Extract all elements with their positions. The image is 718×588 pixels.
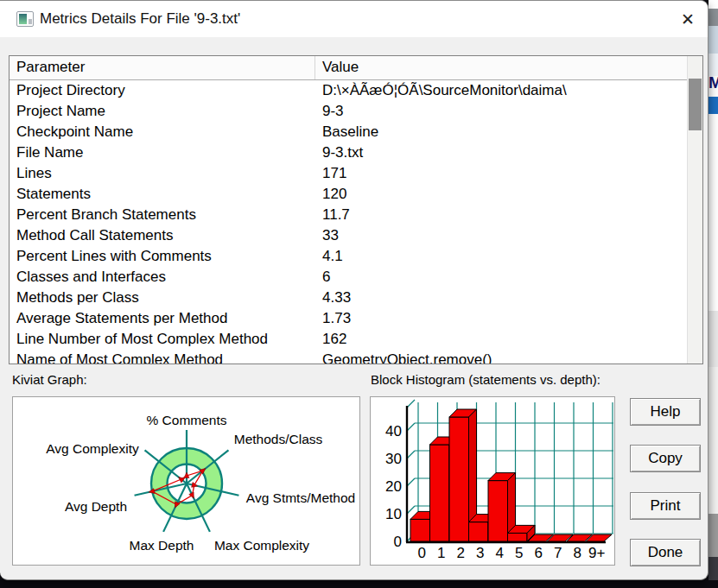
parameter-cell: Lines: [10, 165, 315, 182]
value-cell: Baseline: [315, 123, 687, 141]
table-row[interactable]: Lines171: [10, 163, 687, 184]
parameter-cell: Statements: [10, 186, 315, 203]
table-row[interactable]: Percent Lines with Comments4.1: [10, 246, 687, 267]
bg-blue-bar: [708, 97, 718, 114]
x-tick-label: 1: [437, 545, 445, 561]
copy-button[interactable]: Copy: [630, 445, 701, 472]
icon-bar: [29, 19, 32, 24]
parameter-cell: Percent Lines with Comments: [10, 248, 315, 265]
x-tick-label: 5: [515, 545, 523, 561]
metrics-details-dialog: Metrics Details For File '9-3.txt' ✕ Par…: [0, 0, 708, 580]
table-row[interactable]: Methods per Class4.33: [10, 288, 687, 308]
parameter-cell: File Name: [10, 144, 315, 161]
kiviat-axis-label: Max Depth: [130, 538, 194, 553]
value-cell: GeometryObject.remove(): [315, 351, 687, 364]
y-tick-label: 0: [394, 534, 402, 550]
bg-block: [708, 114, 718, 311]
column-header-value[interactable]: Value: [315, 56, 702, 79]
bg-block: M: [708, 76, 718, 97]
table-row[interactable]: File Name9-3.txt: [10, 142, 687, 163]
kiviat-axis-label: Methods/Class: [234, 432, 323, 447]
value-cell: 4.1: [315, 248, 687, 265]
x-tick-label: 4: [496, 545, 504, 561]
y-tick-label: 20: [385, 478, 402, 495]
table-row[interactable]: Project Name9-3: [10, 101, 687, 122]
bg-block: [708, 311, 718, 367]
value-cell: 120: [315, 186, 687, 203]
value-cell: 171: [315, 165, 687, 182]
table-rows: Project DirectoryD:\×ÀÃæÓ¦ÓÃ\SourceMonit…: [10, 80, 687, 364]
kiviat-axis-label: Avg Complexity: [46, 441, 138, 457]
close-button[interactable]: ✕: [671, 6, 704, 32]
background-letter: M: [708, 73, 718, 92]
parameter-cell: Method Call Statements: [10, 227, 315, 244]
parameter-cell: Methods per Class: [10, 289, 315, 307]
parameter-cell: Name of Most Complex Method: [10, 351, 315, 364]
value-cell: 4.33: [315, 289, 687, 307]
kiviat-axis-label: Max Complexity: [214, 538, 309, 553]
histogram-panel: 0102030400123456789+: [370, 396, 615, 566]
dialog-title: Metrics Details For File '9-3.txt': [40, 1, 240, 37]
table-row[interactable]: Percent Branch Statements11.7: [10, 205, 687, 225]
value-cell: 9-3: [315, 103, 687, 120]
parameter-cell: Classes and Interfaces: [10, 269, 315, 286]
table-row[interactable]: Project DirectoryD:\×ÀÃæÓ¦ÓÃ\SourceMonit…: [10, 80, 687, 101]
table-row[interactable]: Method Call Statements33: [10, 225, 687, 246]
parameter-cell: Project Name: [10, 103, 315, 120]
bg-block: [708, 0, 718, 9]
x-tick-label: 2: [457, 545, 465, 561]
titlebar: Metrics Details For File '9-3.txt' ✕: [0, 1, 708, 37]
y-tick-label: 40: [385, 423, 402, 439]
x-tick-label: 3: [476, 545, 484, 561]
icon-pane: [19, 14, 27, 24]
done-button[interactable]: Done: [630, 539, 701, 566]
bg-block: [708, 557, 718, 580]
kiviat-axis-label: Avg Stmts/Method: [246, 490, 355, 506]
kiviat-axis-label: % Comments: [146, 413, 226, 428]
parameter-cell: Checkpoint Name: [10, 123, 315, 141]
table-row[interactable]: Classes and Interfaces6: [10, 267, 687, 288]
screen: M Metrics Details For File '9-3.txt' ✕ P…: [0, 0, 718, 588]
bg-block: [708, 26, 718, 54]
histogram-caption: Block Histogram (statements vs. depth):: [371, 372, 600, 387]
value-cell: 1.73: [315, 310, 687, 327]
table-row[interactable]: Name of Most Complex MethodGeometryObjec…: [10, 350, 687, 364]
help-button[interactable]: Help: [630, 398, 701, 426]
vertical-scrollbar[interactable]: [687, 56, 702, 364]
print-button[interactable]: Print: [630, 492, 701, 520]
x-tick-label: 7: [554, 545, 562, 561]
value-cell: 11.7: [315, 206, 687, 224]
value-cell: 6: [315, 269, 687, 286]
x-tick-label: 6: [535, 545, 543, 561]
y-tick-label: 10: [385, 506, 402, 522]
y-tick-label: 30: [385, 451, 402, 467]
parameter-cell: Line Number of Most Complex Method: [10, 331, 315, 348]
scrollbar-thumb[interactable]: [689, 79, 702, 130]
kiviat-panel: % CommentsMethods/ClassAvg Stmts/MethodM…: [12, 396, 360, 566]
kiviat-caption: Kiviat Graph:: [12, 372, 87, 387]
bg-block: [708, 367, 718, 514]
parameter-cell: Percent Branch Statements: [10, 206, 315, 224]
bg-block: [708, 514, 718, 557]
bg-block: [708, 9, 718, 26]
value-cell: D:\×ÀÃæÓ¦ÓÃ\SourceMonitor\daima\: [315, 82, 687, 99]
x-tick-label: 8: [574, 545, 581, 561]
column-header-parameter[interactable]: Parameter: [10, 56, 315, 79]
metrics-table: Parameter Value Project DirectoryD:\×ÀÃæ…: [9, 55, 703, 364]
table-row[interactable]: Line Number of Most Complex Method162: [10, 329, 687, 350]
value-cell: 9-3.txt: [315, 144, 687, 161]
parameter-cell: Project Directory: [10, 82, 315, 99]
histogram-svg: 0102030400123456789+: [371, 397, 614, 565]
sourcemonitor-document-icon: [16, 11, 34, 27]
close-icon: ✕: [681, 9, 695, 29]
table-row[interactable]: Average Statements per Method1.73: [10, 308, 687, 329]
x-tick-label: 9+: [588, 545, 605, 561]
parameter-cell: Average Statements per Method: [10, 310, 315, 327]
background-window-sliver: M: [708, 0, 718, 588]
table-row[interactable]: Checkpoint NameBaseline: [10, 122, 687, 142]
value-cell: 33: [315, 227, 687, 244]
kiviat-axis-label: Avg Depth: [65, 499, 127, 515]
value-cell: 162: [315, 331, 687, 348]
table-row[interactable]: Statements120: [10, 184, 687, 205]
table-header: Parameter Value: [10, 56, 702, 80]
